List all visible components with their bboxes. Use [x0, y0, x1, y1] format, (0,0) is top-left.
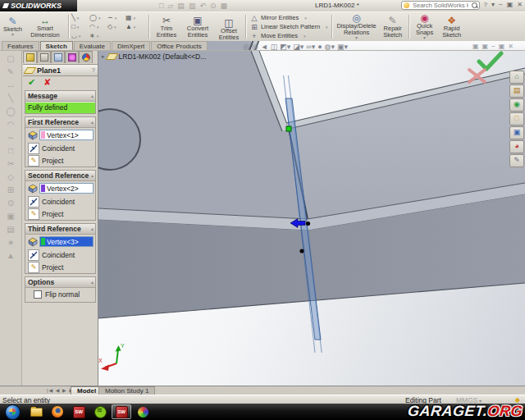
section-view-icon[interactable]: ◫: [271, 43, 278, 51]
help-icon[interactable]: ?: [484, 1, 487, 8]
graphics-area[interactable]: Y X ▸ LRD1-MK002 (Default<<D...: [98, 51, 525, 386]
spotify-icon[interactable]: [90, 404, 110, 419]
dimension-icon[interactable]: ↔: [7, 80, 15, 89]
doc-minimize-icon[interactable]: −: [491, 43, 495, 50]
quick-snaps-button[interactable]: ◉ Quick Snaps▾: [412, 13, 438, 40]
move-entities-button[interactable]: + Move Entities: [250, 32, 328, 40]
dropdown-icon[interactable]: ▾: [491, 1, 495, 8]
mirror-entities-button[interactable]: △ Mirror Entities: [250, 14, 328, 22]
smart-dimension-button[interactable]: ↔ Smart Dimension: [24, 13, 66, 40]
sketch-button[interactable]: ✎ Sketch▾: [2, 13, 24, 40]
expand-icon[interactable]: ▸: [102, 53, 105, 60]
sketch-icon[interactable]: ✎: [7, 67, 14, 76]
tab-features[interactable]: Features: [2, 41, 39, 50]
polygon-tool-icon[interactable]: ▲: [126, 22, 144, 31]
cancel-button[interactable]: ✘: [43, 77, 51, 88]
start-button[interactable]: [5, 404, 21, 420]
arc-tool-icon[interactable]: ◠: [89, 22, 107, 31]
line-icon[interactable]: ╲: [8, 94, 13, 103]
collapse-icon[interactable]: ▴: [91, 277, 94, 287]
trim-entities-button[interactable]: ✂ Trim Entities: [152, 13, 181, 40]
undo-icon[interactable]: ↶: [199, 2, 206, 10]
second-reference-field[interactable]: Vertex<2>: [39, 183, 94, 194]
arc-icon[interactable]: ◠: [7, 120, 15, 129]
offset-entities-button[interactable]: ◫ Offset Entities: [214, 18, 244, 40]
flip-normal-option[interactable]: Flip normal: [25, 288, 95, 302]
rectangle-icon[interactable]: □: [8, 146, 13, 155]
tab-featuremanager[interactable]: [37, 51, 51, 63]
custom-properties-icon[interactable]: ✎: [509, 154, 524, 167]
display-style-icon[interactable]: ◪▾: [293, 43, 304, 51]
tab-configurations[interactable]: [51, 51, 65, 63]
zoom-fit-icon[interactable]: ◎: [243, 43, 249, 51]
relations-icon[interactable]: ⊙: [7, 199, 14, 208]
circle-tool-icon[interactable]: ◯: [89, 13, 107, 22]
hide-show-items-icon[interactable]: ∞▾: [306, 43, 315, 51]
collapse-icon[interactable]: ▴: [91, 117, 94, 127]
flyout-feature-tree[interactable]: ▸ LRD1-MK002 (Default<<D...: [102, 52, 206, 61]
explorer-icon[interactable]: [26, 404, 46, 419]
options-icon[interactable]: ▦: [220, 2, 227, 10]
collapse-icon[interactable]: ▴: [91, 224, 94, 234]
flip-normal-checkbox[interactable]: [34, 290, 42, 299]
line-tool-icon[interactable]: ╲: [71, 13, 89, 22]
search-box[interactable]: [401, 1, 480, 10]
tab-displaymanager[interactable]: [79, 51, 93, 63]
restore-icon[interactable]: ▣: [507, 1, 514, 8]
search-icon[interactable]: [472, 2, 477, 8]
ok-button[interactable]: ✔: [28, 77, 35, 88]
view-orientation-icon[interactable]: ◩▾: [280, 43, 290, 51]
doc-restore-icon[interactable]: ▣: [499, 43, 505, 50]
select-icon[interactable]: ▢: [7, 54, 14, 63]
print-icon[interactable]: ▥: [189, 2, 196, 10]
coincident-option[interactable]: Coincident: [25, 142, 95, 154]
save-icon[interactable]: ▤: [177, 2, 185, 10]
open-icon[interactable]: ▱: [167, 2, 173, 10]
collapse-icon[interactable]: ▴: [91, 91, 94, 101]
coincident-option[interactable]: Coincident: [25, 195, 95, 208]
view-palette-icon[interactable]: ▣: [509, 126, 524, 139]
project-option[interactable]: ✎ Project: [25, 261, 95, 273]
edit-appearance-icon[interactable]: ●: [317, 43, 322, 51]
help-icon[interactable]: ?: [92, 66, 95, 74]
text-icon[interactable]: ▲: [7, 251, 15, 260]
tab-dimxpert[interactable]: DimXpert: [112, 41, 150, 50]
previous-view-icon[interactable]: ◄: [261, 43, 268, 51]
tab-sketch[interactable]: Sketch: [40, 41, 73, 50]
offset-icon[interactable]: ▣: [7, 212, 14, 221]
tab-dimxpertmanager[interactable]: [65, 51, 79, 63]
trim-icon[interactable]: ✂: [7, 159, 14, 168]
tab-evaluate[interactable]: Evaluate: [74, 41, 111, 50]
spline-icon[interactable]: ∼: [7, 133, 14, 142]
view-settings-icon[interactable]: ▣▾: [337, 43, 348, 51]
close-icon[interactable]: ✕: [517, 1, 523, 8]
pattern-icon[interactable]: ⊞: [7, 185, 14, 194]
rebuild-icon[interactable]: ⊙: [210, 2, 217, 10]
spline-tool-icon[interactable]: ∼: [107, 13, 126, 22]
tangent-arc-icon[interactable]: ◡: [71, 31, 89, 40]
tab-office-products[interactable]: Office Products: [151, 41, 208, 50]
model-canvas[interactable]: Y X: [98, 51, 525, 386]
tab-propertymanager[interactable]: [23, 51, 37, 63]
solidworks-active-icon[interactable]: SW: [112, 404, 131, 419]
doc-cascade-icon[interactable]: ▣: [472, 43, 479, 50]
rectangle-tool-icon[interactable]: □: [71, 22, 89, 31]
media-player-icon[interactable]: [133, 404, 153, 419]
search-input[interactable]: [411, 1, 470, 10]
solidworks-icon[interactable]: SW: [69, 404, 89, 419]
search-icon[interactable]: ◉: [509, 98, 524, 112]
third-reference-field[interactable]: Vertex<3>: [39, 236, 94, 247]
new-document-icon[interactable]: □: [159, 2, 163, 10]
display-delete-relations-button[interactable]: ◎ Display/Delete Relations▾: [335, 13, 379, 40]
point-icon[interactable]: ∗: [7, 238, 14, 247]
rapid-sketch-button[interactable]: ❖ Rapid Sketch: [438, 13, 466, 40]
repair-sketch-button[interactable]: ✎ Repair Sketch: [379, 13, 407, 40]
collapse-icon[interactable]: ▴: [91, 171, 94, 180]
project-option[interactable]: ✎ Project: [25, 208, 95, 220]
coincident-option[interactable]: Coincident: [25, 249, 95, 261]
zoom-area-icon[interactable]: ◎: [252, 43, 258, 51]
design-library-icon[interactable]: ▤: [509, 84, 524, 98]
appearances-icon[interactable]: ◕: [509, 140, 524, 153]
circle-icon[interactable]: ◯: [6, 107, 15, 116]
doc-tile-icon[interactable]: ▣: [482, 43, 489, 50]
